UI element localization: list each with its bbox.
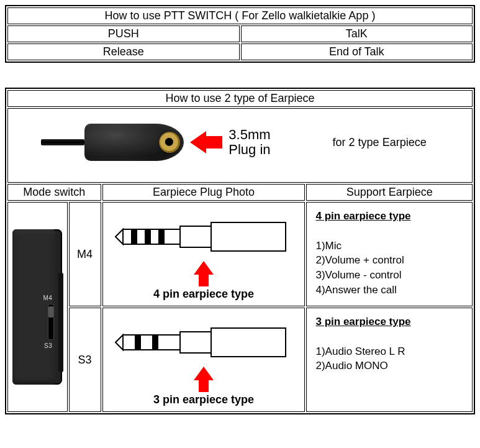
mode-s3-cell: S3 [69,308,101,412]
ptt-release-cell: Release [7,43,240,60]
jack-label-line1: 3.5mm [229,127,270,142]
svg-rect-2 [137,229,145,244]
device-photo: M4 S3 [12,229,62,385]
arrow-up-icon [194,261,214,275]
svg-rect-6 [164,229,180,244]
support-3pin-cell: 3 pin earpiece type 1)Audio Stereo L R 2… [306,308,473,412]
ptt-push-cell: PUSH [7,25,240,42]
support-4pin-cell: 4 pin earpiece type 1)Mic 2)Volume + con… [306,202,473,306]
svg-rect-12 [153,335,158,350]
ptt-title: How to use PTT SWITCH ( For Zello walkie… [7,7,473,24]
support-3pin-item1: 1)Audio Stereo L R [315,344,463,359]
caption-4pin: 4 pin earpiece type [153,288,254,301]
support-4pin-item4: 4)Answer the call [315,283,463,298]
earpiece-table: How to use 2 type of Earpiece 3.5mm Plug… [5,88,475,414]
plug-3pin-icon [111,314,297,370]
svg-rect-0 [123,229,132,244]
ptt-switch-table: How to use PTT SWITCH ( For Zello walkie… [5,5,475,63]
mode-m4-cell: M4 [69,202,101,306]
jack-right-text: for 2 type Earpiece [320,136,439,149]
svg-rect-4 [150,229,159,244]
support-4pin-item2: 2)Volume + control [315,253,463,268]
device-photo-cell: M4 S3 [7,202,68,412]
svg-rect-8 [211,222,286,251]
mode-switch-slot [48,304,54,340]
hdr-support: Support Earpiece [306,184,473,201]
svg-rect-1 [132,229,137,244]
arrow-up-icon [194,367,214,380]
jack-label: 3.5mm Plug in [229,127,270,157]
svg-rect-9 [123,335,135,350]
plug-4pin-icon [111,209,297,265]
earpiece-title: How to use 2 type of Earpiece [7,90,473,107]
svg-rect-5 [159,229,164,244]
support-4pin-item3: 3)Volume - control [315,268,463,283]
device-clip [58,273,63,372]
ptt-talk-cell: TalK [241,25,473,42]
jack-port-icon [159,132,180,153]
mode-switch-knob [48,306,53,318]
device-m4-label: M4 [43,295,52,301]
caption-3pin: 3 pin earpiece type [153,393,254,406]
ptt-endtalk-cell: End of Talk [241,43,473,60]
svg-rect-14 [180,332,211,353]
support-4pin-title: 4 pin earpiece type [315,209,463,224]
jack-label-line2: Plug in [229,142,270,157]
svg-rect-7 [180,226,211,247]
svg-rect-3 [145,229,150,244]
svg-rect-13 [158,335,180,350]
jack-photo [41,124,184,161]
plug-3pin-cell: 3 pin earpiece type [102,308,306,412]
device-s3-label: S3 [44,342,52,349]
svg-rect-15 [211,328,286,357]
plug-4pin-cell: 4 pin earpiece type [102,202,306,306]
support-3pin-item2: 2)Audio MONO [315,359,463,373]
svg-rect-11 [140,335,153,350]
support-4pin-item1: 1)Mic [315,239,463,254]
hdr-plug-photo: Earpiece Plug Photo [102,184,306,201]
hdr-mode-switch: Mode switch [7,184,101,201]
arrow-left-icon [190,131,222,153]
support-3pin-title: 3 pin earpiece type [315,314,463,329]
jack-photo-row: 3.5mm Plug in for 2 type Earpiece [7,108,473,183]
svg-rect-10 [135,335,140,350]
